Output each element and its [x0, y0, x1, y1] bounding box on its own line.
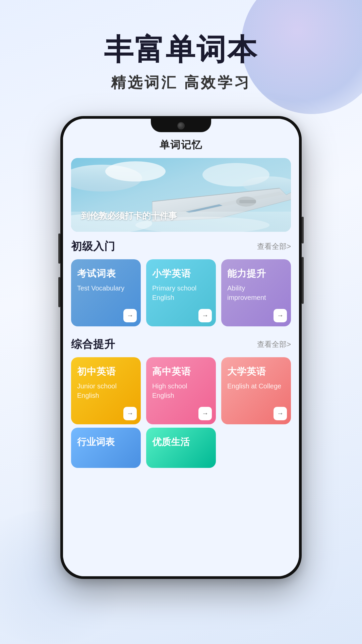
phone-screen: 单词记忆: [63, 119, 299, 576]
section-comprehensive: 综合提升 查看全部> 初中英语 Junior school English → …: [63, 330, 299, 428]
banner-text: 到伦敦必须打卡的十件事: [81, 210, 177, 222]
card-arrow-primary-english[interactable]: →: [198, 309, 212, 322]
card-ability[interactable]: 能力提升 Ability improvement →: [221, 259, 291, 326]
section-beginner: 初级入门 查看全部> 考试词表 Test Vocabulary → 小学英语: [63, 232, 299, 330]
volume-down-button: [58, 233, 60, 264]
card-arrow-test-vocab[interactable]: →: [123, 309, 137, 322]
partial-card-zh-life: 优质生活: [152, 436, 210, 448]
card-college-english[interactable]: 大学英语 English at College →: [221, 357, 291, 424]
app-content: 单词记忆: [63, 119, 299, 576]
card-zh-test-vocab: 考试词表: [77, 267, 135, 280]
card-quality-life[interactable]: 优质生活: [146, 428, 216, 468]
card-arrow-ability[interactable]: →: [274, 309, 287, 322]
banner[interactable]: 到伦敦必须打卡的十件事: [71, 158, 291, 232]
card-zh-high-school: 高中英语: [152, 365, 210, 378]
card-zh-junior-english: 初中英语: [77, 365, 135, 378]
cards-row-beginner: 考试词表 Test Vocabulary → 小学英语 Primary scho…: [71, 259, 291, 326]
volume-up-button: [302, 257, 304, 304]
cards-row-comprehensive: 初中英语 Junior school English → 高中英语 High s…: [71, 357, 291, 424]
section-header-comprehensive: 综合提升 查看全部>: [71, 337, 291, 352]
card-test-vocab[interactable]: 考试词表 Test Vocabulary →: [71, 259, 141, 326]
card-zh-college: 大学英语: [227, 365, 285, 378]
svg-rect-6: [239, 200, 256, 203]
header-title: 丰富单词本: [0, 34, 362, 66]
header: 丰富单词本 精选词汇 高效学习: [0, 0, 362, 106]
phone-frame: 单词记忆: [60, 116, 302, 579]
section-header-beginner: 初级入门 查看全部>: [71, 239, 291, 254]
header-subtitle: 精选词汇 高效学习: [0, 73, 362, 93]
partial-card-zh-industry: 行业词表: [77, 436, 135, 448]
card-junior-english[interactable]: 初中英语 Junior school English →: [71, 357, 141, 424]
card-arrow-college[interactable]: →: [274, 407, 287, 420]
power-button: [302, 217, 304, 244]
section-title-beginner: 初级入门: [71, 239, 115, 254]
silent-button: [58, 277, 60, 307]
section-more-comprehensive[interactable]: 查看全部>: [257, 339, 291, 350]
card-high-school-english[interactable]: 高中英语 High school English →: [146, 357, 216, 424]
svg-point-2: [105, 161, 166, 181]
card-zh-ability: 能力提升: [227, 267, 285, 280]
card-arrow-high-school[interactable]: →: [198, 407, 212, 420]
partial-cards-row: 行业词表 优质生活: [63, 428, 299, 468]
front-camera: [177, 122, 185, 129]
card-placeholder: [221, 428, 291, 468]
card-primary-english[interactable]: 小学英语 Primary school English →: [146, 259, 216, 326]
card-arrow-junior-english[interactable]: →: [123, 407, 137, 420]
app-titlebar: 单词记忆: [63, 136, 299, 158]
phone-notch: [151, 119, 211, 132]
section-title-comprehensive: 综合提升: [71, 337, 115, 352]
card-industry-vocab[interactable]: 行业词表: [71, 428, 141, 468]
section-more-beginner[interactable]: 查看全部>: [257, 241, 291, 252]
card-zh-primary-english: 小学英语: [152, 267, 210, 280]
phone-mockup: 单词记忆: [0, 116, 362, 579]
